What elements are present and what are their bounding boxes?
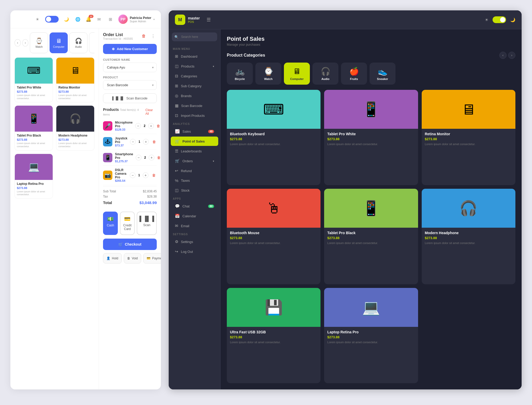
sidebar-item-brands[interactable]: ◎ Brands (171, 91, 218, 100)
user-info[interactable]: PP Patricia Peter Super Admin ▾ (118, 15, 155, 24)
decrease-qty-btn[interactable]: − (135, 123, 141, 129)
decrease-qty-btn[interactable]: − (130, 139, 136, 145)
product-card[interactable]: ⌨ Tablet Pro White $273.88 Lorem ipsum d… (15, 57, 53, 102)
theme-toggle-dark[interactable] (493, 16, 506, 23)
increase-qty-btn[interactable]: + (143, 139, 149, 145)
category-card-audio[interactable]: 🎧 Audio (312, 63, 338, 85)
sidebar-item-dashboard[interactable]: ⊞ Dashboard (171, 52, 218, 61)
product-card[interactable]: 📱 Tablet Pro Black $273.88 Lorem ipsum d… (15, 105, 53, 150)
sidebar-item-email[interactable]: ✉ Email (171, 221, 218, 231)
sidebar-label: Orders (182, 159, 193, 163)
sidebar-label: Log Out (181, 250, 193, 254)
decrease-qty-btn[interactable]: − (130, 172, 135, 178)
delete-item-btn[interactable]: 🗑 (151, 172, 157, 178)
brands-icon: ◎ (175, 93, 178, 98)
product-select[interactable]: Scan Barcode (103, 80, 157, 90)
sidebar-item-pos[interactable]: 🛒 Point of Sales (171, 137, 218, 146)
payment-btn[interactable]: 💳 Payment (143, 253, 161, 264)
product-card[interactable]: 🖥 Retina Monitor $273.88 Lorem ipsum dol… (56, 57, 94, 102)
cash-payment-btn[interactable]: 💵 Cash (103, 212, 118, 235)
moon-icon[interactable]: 🌙 (63, 16, 70, 23)
category-card-watch[interactable]: ⌚ Watch (255, 63, 281, 85)
prev-cat-btn[interactable]: ‹ (499, 52, 507, 59)
add-customer-btn[interactable]: ⊕ Add New Customer (103, 44, 157, 54)
sidebar-label: Stock (181, 188, 190, 192)
category-card-computer[interactable]: 🖥 Computer (284, 63, 310, 85)
delete-item-btn[interactable]: 🗑 (157, 155, 161, 160)
prev-category-arrow[interactable]: ‹ (15, 39, 21, 46)
cat-item-computer[interactable]: 🖥 Computer (50, 32, 68, 53)
hamburger-btn[interactable]: ☰ (207, 17, 211, 23)
checkout-btn[interactable]: 🛒 Checkout (103, 239, 157, 250)
product-desc: Lorem ipsum dolor sit amet consectetur. (425, 142, 512, 146)
hold-btn[interactable]: 👤 Hold (103, 253, 122, 264)
sidebar-item-settings[interactable]: ⚙ Settings (171, 237, 218, 246)
decrease-qty-btn[interactable]: − (136, 155, 141, 160)
sidebar-label: Leaderboards (181, 149, 202, 153)
sidebar-item-orders[interactable]: 🛒 Orders ▾ (171, 156, 218, 166)
next-cat-btn[interactable]: › (508, 52, 515, 59)
increase-qty-btn[interactable]: + (143, 172, 148, 178)
delete-order-btn[interactable]: 🗑 (140, 32, 147, 40)
subcategory-icon: ⊞ (175, 84, 178, 88)
product-card-dark[interactable]: 🖱 Bluetooth Mouse $273.88 Lorem ipsum do… (227, 189, 320, 284)
sidebar-item-chat[interactable]: 💬 Chat 80 (171, 201, 218, 211)
product-card-dark[interactable]: 📱 Tablet Pro Black $273.88 Lorem ipsum d… (324, 189, 418, 284)
mail-icon[interactable]: ✉ (96, 16, 103, 23)
scan-payment-btn[interactable]: ▌▐▌▐ Scan (137, 212, 157, 235)
sidebar-item-refund[interactable]: ↩ Refund (171, 166, 218, 176)
checkout-icon: 🛒 (118, 242, 123, 246)
subtotal-label: Sub Total (103, 190, 116, 193)
grid-icon[interactable]: ⊞ (107, 16, 114, 23)
credit-card-payment-btn[interactable]: 💳 Credit Card (120, 212, 135, 235)
notification-bell[interactable]: 🔔 12 (86, 16, 91, 22)
sidebar-item-leaderboards[interactable]: ☰ Leaderboards (171, 146, 218, 156)
delete-item-btn[interactable]: 🗑 (151, 139, 157, 145)
sidebar-item-scan-barcode[interactable]: ▦ Scan Barcode (171, 101, 218, 110)
globe-icon[interactable]: 🌐 (74, 16, 81, 23)
customer-select[interactable]: Cahaya Ayu (103, 63, 157, 72)
sidebar-item-sales[interactable]: 📈 Sales 49 (171, 127, 218, 136)
clear-all-btn[interactable]: Clear All (145, 108, 157, 116)
product-card-dark[interactable]: 🎧 Modern Headphone $273.88 Lorem ipsum d… (422, 189, 515, 284)
cat-item-watch[interactable]: ⌚ Watch (30, 32, 48, 53)
cat-item-fruits[interactable]: 🍎 Fruits (89, 32, 94, 53)
product-desc: Lorem ipsum dolor sit amet consectetur. (327, 340, 415, 344)
scan-barcode-btn[interactable]: ▌▐▌▐▌ Scan Barcode (103, 93, 157, 103)
sidebar-item-stock[interactable]: ◫ Stock (171, 186, 218, 195)
sidebar-item-logout[interactable]: ↪ Log Out (171, 247, 218, 256)
product-card[interactable]: 🎧 Modern Headphone $273.88 Lorem ipsum d… (56, 105, 94, 150)
sun-icon-dark[interactable]: ☀ (485, 17, 488, 22)
increase-qty-btn[interactable]: + (149, 155, 154, 160)
moon-icon-dark[interactable]: 🌙 (510, 17, 515, 22)
cat-item-audio[interactable]: 🎧 Audio (69, 32, 87, 53)
sidebar-item-calendar[interactable]: 📅 Calendar (171, 211, 218, 221)
product-card-dark[interactable]: ⌨ Bluetooth Keyboard $273.88 Lorem ipsum… (227, 90, 320, 185)
category-card-sneaker[interactable]: 👟 Sneaker (370, 63, 395, 85)
sidebar-label: Products (181, 64, 194, 68)
sidebar-item-subcategory[interactable]: ⊞ Sub Category (171, 81, 218, 91)
theme-toggle[interactable] (45, 16, 59, 23)
product-card-dark[interactable]: 💾 Ultra Fast USB 32GB $273.88 Lorem ipsu… (227, 288, 320, 383)
sidebar-item-categories[interactable]: ⊟ Categories (171, 71, 218, 81)
more-options-btn[interactable]: ⋮ (149, 32, 157, 40)
product-card[interactable]: 💻 Laptop Retina Pro $273.88 Lorem ipsum … (15, 154, 53, 199)
category-card-fruits[interactable]: 🍎 Fruits (341, 63, 367, 85)
sidebar-item-import[interactable]: ⊡ Import Products (171, 111, 218, 120)
category-nav: ‹ › ⌚ Watch 🖥 Computer 🎧 Aud (15, 32, 94, 53)
search-input[interactable] (172, 32, 217, 41)
product-card-dark[interactable]: 📱 Tablet Pro White $273.88 Lorem ipsum d… (324, 90, 418, 185)
product-card-dark[interactable]: 💻 Laptop Retina Pro $273.88 Lorem ipsum … (324, 288, 418, 383)
sneaker-icon: 👟 (378, 67, 387, 76)
product-card-dark[interactable]: 🖥 Retina Monitor $273.88 Lorem ipsum dol… (422, 90, 515, 185)
increase-qty-btn[interactable]: + (148, 123, 154, 129)
item-name: Joystick Pro (115, 137, 127, 144)
sun-icon[interactable]: ☀ (34, 16, 41, 23)
sidebar-item-taxes[interactable]: % Taxes (171, 176, 218, 185)
sidebar-item-products[interactable]: ◫ Products ▾ (171, 62, 218, 71)
category-card-bicycle[interactable]: 🚲 Bicycle (227, 63, 253, 85)
computer-icon: 🖥 (293, 67, 301, 76)
delete-item-btn[interactable]: 🗑 (156, 123, 160, 129)
next-category-arrow[interactable]: › (22, 39, 29, 46)
void-btn[interactable]: 🗑 Void (124, 253, 141, 264)
